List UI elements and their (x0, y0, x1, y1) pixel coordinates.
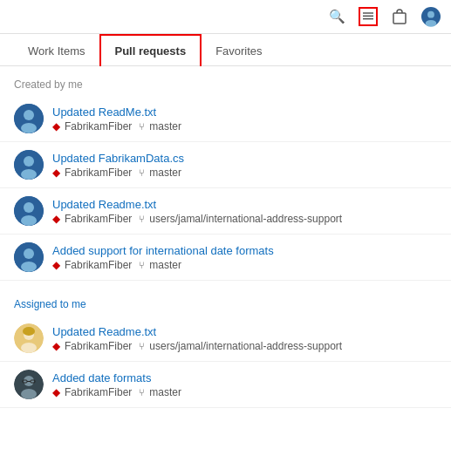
pr-meta: ◆ FabrikamFiber ⑂ users/jamal/internatio… (52, 213, 342, 225)
repo-name: FabrikamFiber (65, 386, 132, 398)
branch-name: users/jamal/international-address-suppor… (149, 340, 342, 352)
svg-rect-0 (363, 12, 373, 13)
pr-title[interactable]: Updated ReadMe.txt (52, 105, 181, 119)
tabs-bar: Work Items Pull requests Favorites (0, 34, 451, 66)
list-item: Updated Readme.txt ◆ FabrikamFiber ⑂ use… (0, 316, 451, 362)
avatar (14, 150, 44, 180)
repo-name: FabrikamFiber (65, 259, 132, 271)
svg-point-14 (24, 202, 34, 213)
top-bar: 🔍 (0, 0, 451, 34)
avatar (14, 104, 44, 133)
pr-meta: ◆ FabrikamFiber ⑂ users/jamal/internatio… (52, 340, 342, 352)
avatar (14, 323, 44, 353)
pr-title[interactable]: Updated Readme.txt (52, 198, 342, 211)
list-item: Updated Readme.txt ◆ FabrikamFiber ⑂ use… (0, 188, 451, 235)
svg-rect-2 (363, 18, 373, 19)
pr-meta: ◆ FabrikamFiber ⑂ master (52, 259, 274, 271)
svg-point-9 (21, 123, 37, 133)
repo-name: FabrikamFiber (65, 120, 132, 133)
created-by-me-list: Updated ReadMe.txt ◆ FabrikamFiber ⑂ mas… (0, 96, 451, 281)
svg-point-25 (21, 389, 37, 399)
search-icon[interactable]: 🔍 (327, 7, 346, 26)
branch-icon: ⑂ (139, 341, 145, 351)
tab-work-items[interactable]: Work Items (14, 36, 99, 66)
pr-info: Added date formats ◆ FabrikamFiber ⑂ mas… (52, 371, 181, 398)
avatar (14, 242, 44, 272)
bag-icon[interactable] (390, 7, 409, 26)
avatar (14, 370, 44, 399)
pr-meta: ◆ FabrikamFiber ⑂ master (52, 167, 184, 179)
pr-title[interactable]: Added date formats (52, 371, 181, 384)
repo-name: FabrikamFiber (65, 340, 132, 352)
svg-point-18 (21, 262, 37, 272)
tab-pull-requests[interactable]: Pull requests (99, 34, 202, 66)
svg-point-21 (21, 343, 37, 353)
list-item: Updated ReadMe.txt ◆ FabrikamFiber ⑂ mas… (0, 96, 451, 142)
branch-name: users/jamal/international-address-suppor… (149, 213, 342, 225)
branch-icon: ⑂ (139, 387, 145, 398)
pr-info: Updated Readme.txt ◆ FabrikamFiber ⑂ use… (52, 198, 342, 225)
branch-name: master (149, 259, 181, 271)
svg-point-8 (24, 110, 34, 120)
list-icon[interactable] (359, 7, 378, 26)
repo-icon: ◆ (52, 120, 60, 133)
repo-icon: ◆ (52, 259, 60, 271)
pr-info: Updated Readme.txt ◆ FabrikamFiber ⑂ use… (52, 325, 342, 352)
pr-info: Updated FabrikamData.cs ◆ FabrikamFiber … (52, 152, 184, 179)
branch-name: master (149, 386, 181, 398)
pr-title[interactable]: Added support for international date for… (52, 244, 274, 257)
svg-point-22 (23, 327, 35, 336)
branch-icon: ⑂ (139, 167, 145, 178)
list-item: Added support for international date for… (0, 235, 451, 281)
pr-info: Added support for international date for… (52, 244, 274, 271)
list-item: Added date formats ◆ FabrikamFiber ⑂ mas… (0, 362, 451, 408)
branch-name: master (149, 167, 181, 179)
svg-rect-1 (363, 16, 373, 17)
svg-point-15 (21, 215, 37, 226)
repo-icon: ◆ (52, 386, 60, 398)
svg-rect-3 (393, 13, 406, 24)
svg-point-11 (24, 156, 34, 167)
branch-icon: ⑂ (139, 121, 145, 132)
pr-meta: ◆ FabrikamFiber ⑂ master (52, 120, 181, 133)
repo-icon: ◆ (52, 213, 60, 225)
pr-meta: ◆ FabrikamFiber ⑂ master (52, 386, 181, 398)
list-item: Updated FabrikamData.cs ◆ FabrikamFiber … (0, 142, 451, 188)
svg-point-17 (24, 248, 34, 259)
pr-title[interactable]: Updated Readme.txt (52, 325, 342, 338)
repo-icon: ◆ (52, 340, 60, 352)
pr-info: Updated ReadMe.txt ◆ FabrikamFiber ⑂ mas… (52, 105, 181, 133)
profile-icon[interactable] (421, 7, 441, 26)
assigned-to-me-list: Updated Readme.txt ◆ FabrikamFiber ⑂ use… (0, 316, 451, 408)
section-assigned-to-me-label[interactable]: Assigned to me (0, 286, 451, 316)
pr-title[interactable]: Updated FabrikamData.cs (52, 152, 184, 165)
svg-point-6 (426, 20, 437, 27)
tab-favorites[interactable]: Favorites (202, 36, 276, 66)
branch-icon: ⑂ (139, 260, 145, 270)
repo-name: FabrikamFiber (65, 213, 132, 225)
branch-icon: ⑂ (139, 214, 145, 224)
avatar (14, 196, 44, 226)
branch-name: master (149, 120, 181, 133)
repo-name: FabrikamFiber (65, 167, 132, 179)
svg-point-5 (427, 11, 434, 18)
svg-point-12 (21, 169, 37, 180)
repo-icon: ◆ (52, 167, 60, 179)
section-created-by-me-label: Created by me (0, 66, 451, 96)
